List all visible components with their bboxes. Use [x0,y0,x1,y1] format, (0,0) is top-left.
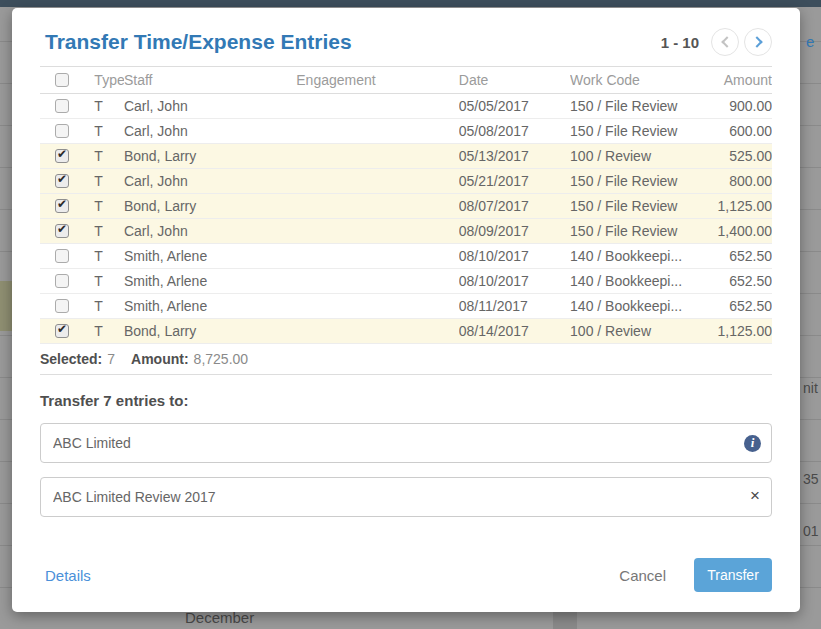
background-selected-row-sliver [0,281,12,331]
table-row[interactable]: T Carl, John 08/09/2017 150 / File Revie… [40,219,772,244]
row-type: T [81,173,124,189]
selected-label: Selected: [40,351,102,367]
row-date: 08/07/2017 [459,198,570,214]
details-link[interactable]: Details [40,567,91,584]
select-all-checkbox[interactable] [55,73,69,87]
row-amount: 652.50 [708,298,772,314]
dialog-title: Transfer Time/Expense Entries [40,30,352,54]
row-staff: Carl, John [124,173,296,189]
row-type: T [81,273,124,289]
next-page-button[interactable] [744,28,772,56]
background-text-fragment: nit [803,380,818,396]
background-scrollbar-strip [553,612,577,629]
row-date: 05/05/2017 [459,98,570,114]
row-checkbox[interactable] [55,224,69,238]
row-type: T [81,198,124,214]
amount-label: Amount: [131,351,189,367]
row-work-code: 150 / File Review [570,98,708,114]
row-type: T [81,98,124,114]
row-work-code: 140 / Bookkeepi... [570,273,708,289]
row-staff: Carl, John [124,223,296,239]
row-type: T [81,148,124,164]
selection-summary: Selected: 7 Amount: 8,725.00 [40,344,772,375]
client-input[interactable] [40,423,772,463]
row-staff: Smith, Arlene [124,273,296,289]
row-staff: Carl, John [124,123,296,139]
row-amount: 652.50 [708,273,772,289]
row-checkbox[interactable] [55,174,69,188]
row-amount: 600.00 [708,123,772,139]
header-engagement: Engagement [296,72,459,88]
header-staff: Staff [124,72,296,88]
header-work-code: Work Code [570,72,708,88]
table-row[interactable]: T Smith, Arlene 08/11/2017 140 / Bookkee… [40,294,772,319]
cancel-button[interactable]: Cancel [619,567,666,584]
row-work-code: 150 / File Review [570,173,708,189]
chevron-right-icon [751,36,762,47]
row-date: 05/08/2017 [459,123,570,139]
table-row[interactable]: T Smith, Arlene 08/10/2017 140 / Bookkee… [40,269,772,294]
row-staff: Bond, Larry [124,148,296,164]
header-amount: Amount [708,72,772,88]
row-work-code: 100 / Review [570,323,708,339]
header-date: Date [459,72,570,88]
amount-total: 8,725.00 [194,351,249,367]
row-work-code: 150 / File Review [570,123,708,139]
row-amount: 1,400.00 [708,223,772,239]
table-row[interactable]: T Carl, John 05/08/2017 150 / File Revie… [40,119,772,144]
row-checkbox[interactable] [55,124,69,138]
table-row[interactable]: T Bond, Larry 08/14/2017 100 / Review 1,… [40,319,772,344]
clear-icon[interactable]: × [750,486,760,506]
row-date: 05/21/2017 [459,173,570,189]
background-link-fragment: e [806,33,814,50]
background-number-fragment: 35 [803,471,819,487]
row-amount: 652.50 [708,248,772,264]
row-amount: 800.00 [708,173,772,189]
table-row[interactable]: T Smith, Arlene 08/10/2017 140 / Bookkee… [40,244,772,269]
top-navigation-bar [0,0,821,7]
row-amount: 1,125.00 [708,198,772,214]
info-icon[interactable]: i [744,435,761,452]
header-type: Type [81,72,124,88]
table-row[interactable]: T Carl, John 05/21/2017 150 / File Revie… [40,169,772,194]
row-work-code: 100 / Review [570,148,708,164]
row-checkbox[interactable] [55,149,69,163]
entries-table: Type Staff Engagement Date Work Code Amo… [40,66,772,344]
chevron-left-icon [721,36,732,47]
row-checkbox[interactable] [55,99,69,113]
pagination-range: 1 - 10 [661,34,699,51]
row-work-code: 140 / Bookkeepi... [570,298,708,314]
table-body: T Carl, John 05/05/2017 150 / File Revie… [40,94,772,344]
table-row[interactable]: T Carl, John 05/05/2017 150 / File Revie… [40,94,772,119]
row-type: T [81,323,124,339]
pagination: 1 - 10 [661,28,772,56]
table-row[interactable]: T Bond, Larry 08/07/2017 150 / File Revi… [40,194,772,219]
row-checkbox[interactable] [55,274,69,288]
row-date: 08/09/2017 [459,223,570,239]
row-type: T [81,248,124,264]
row-work-code: 140 / Bookkeepi... [570,248,708,264]
row-staff: Carl, John [124,98,296,114]
background-number-fragment: 01 [803,523,819,539]
row-checkbox[interactable] [55,249,69,263]
row-staff: Smith, Arlene [124,298,296,314]
row-amount: 525.00 [708,148,772,164]
row-date: 08/14/2017 [459,323,570,339]
row-staff: Bond, Larry [124,198,296,214]
row-date: 08/11/2017 [459,298,570,314]
table-header-row: Type Staff Engagement Date Work Code Amo… [40,67,772,94]
transfer-button[interactable]: Transfer [694,558,772,592]
row-amount: 900.00 [708,98,772,114]
table-row[interactable]: T Bond, Larry 05/13/2017 100 / Review 52… [40,144,772,169]
row-checkbox[interactable] [55,199,69,213]
row-staff: Bond, Larry [124,323,296,339]
previous-page-button[interactable] [711,28,739,56]
row-checkbox[interactable] [55,324,69,338]
row-checkbox[interactable] [55,299,69,313]
row-amount: 1,125.00 [708,323,772,339]
engagement-input[interactable] [40,477,772,517]
row-work-code: 150 / File Review [570,198,708,214]
transfer-to-label: Transfer 7 entries to: [40,392,772,409]
row-type: T [81,123,124,139]
row-work-code: 150 / File Review [570,223,708,239]
